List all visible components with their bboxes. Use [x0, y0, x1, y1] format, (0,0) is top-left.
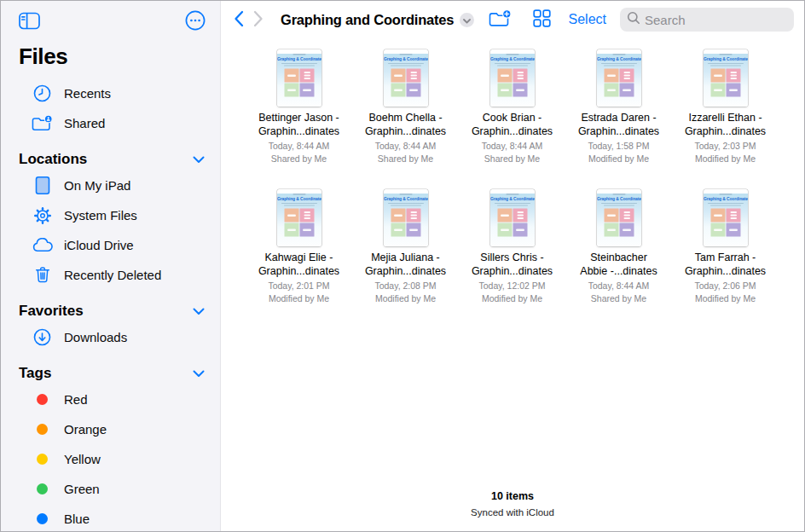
sidebar-item-label: Downloads: [64, 330, 127, 344]
search-field[interactable]: [620, 8, 794, 32]
sidebar-section-favorites[interactable]: Favorites: [19, 303, 205, 320]
sidebar-item-recents[interactable]: Recents: [1, 78, 220, 108]
file-name: Sillers Chris -Graphin...dinates: [472, 251, 553, 278]
file-status: Shared by Me: [378, 153, 433, 164]
tag-red-icon: [32, 389, 53, 410]
select-button[interactable]: Select: [569, 12, 606, 27]
sidebar-section-tags[interactable]: Tags: [19, 365, 205, 382]
sidebar-toggle-icon: [19, 12, 40, 32]
sidebar-item-tag-red[interactable]: Red: [1, 385, 220, 414]
file-name: Izzarelli Ethan -Graphin...dinates: [685, 111, 766, 138]
sidebar-item-tag-blue[interactable]: Blue: [1, 504, 220, 531]
file-thumbnail: Graphing & Coordinates: [384, 189, 428, 246]
file-name: SteinbacherAbbie -...dinates: [580, 251, 657, 278]
sidebar-item-shared[interactable]: Shared: [1, 108, 220, 138]
sidebar-item-recently-deleted[interactable]: Recently Deleted: [1, 260, 220, 290]
status-footer: 10 items Synced with iCloud: [221, 490, 804, 518]
search-input[interactable]: [645, 13, 804, 27]
file-item-izzarelli-ethan[interactable]: Graphing & Coordinates Izzarelli Ethan -…: [672, 49, 779, 164]
app-title: Files: [19, 43, 220, 70]
view-options-button[interactable]: [533, 9, 551, 30]
forward-chevron-icon: [253, 10, 264, 30]
item-count: 10 items: [221, 490, 804, 502]
sidebar-item-label: Orange: [64, 422, 107, 437]
back-button[interactable]: [234, 10, 244, 30]
file-name: Cook Brian -Graphin...dinates: [472, 111, 553, 138]
chevron-down-icon: [463, 14, 471, 26]
ipad-icon: [32, 175, 53, 196]
forward-button[interactable]: [253, 10, 264, 30]
file-date: Today, 2:01 PM: [268, 280, 329, 291]
file-item-sillers-chris[interactable]: Graphing & Coordinates Sillers Chris -Gr…: [459, 189, 565, 304]
file-grid: Graphing & Coordinates Bettinger Jason -…: [221, 38, 804, 304]
file-item-kahwagi-elie[interactable]: Graphing & Coordinates Kahwagi Elie -Gra…: [246, 189, 352, 304]
file-status: Shared by Me: [271, 153, 327, 164]
file-item-boehm-chella[interactable]: Graphing & Coordinates Boehm Chella -Gra…: [352, 49, 459, 164]
cloud-icon: [32, 234, 53, 256]
file-thumbnail: Graphing & Coordinates: [704, 189, 748, 246]
trash-icon: [32, 264, 53, 286]
sidebar-item-downloads[interactable]: Downloads: [1, 322, 220, 352]
file-date: Today, 8:44 AM: [482, 141, 543, 151]
file-item-tam-farrah[interactable]: Graphing & Coordinates Tam Farrah -Graph…: [672, 189, 779, 304]
file-date: Today, 2:08 PM: [374, 280, 436, 291]
file-status: Modified by Me: [375, 293, 436, 304]
sidebar-item-label: Shared: [64, 116, 105, 130]
file-item-bettinger-jason[interactable]: Graphing & Coordinates Bettinger Jason -…: [246, 49, 352, 164]
sidebar-item-label: iCloud Drive: [64, 238, 134, 252]
sidebar-item-label: System Files: [64, 208, 137, 223]
tag-green-icon: [32, 478, 53, 500]
chevron-down-icon[interactable]: [193, 366, 205, 381]
sidebar-item-label: Blue: [64, 512, 90, 526]
sidebar-item-label: Red: [64, 392, 88, 407]
file-item-cook-brian[interactable]: Graphing & Coordinates Cook Brian -Graph…: [459, 49, 565, 164]
file-date: Today, 8:44 AM: [269, 141, 330, 151]
title-dropdown-button[interactable]: [460, 13, 474, 27]
sync-status: Synced with iCloud: [221, 507, 804, 518]
file-status: Modified by Me: [695, 153, 756, 164]
sidebar-item-system-files[interactable]: System Files: [1, 200, 220, 230]
sidebar-item-tag-yellow[interactable]: Yellow: [1, 444, 220, 474]
tag-blue-icon: [32, 508, 53, 529]
chevron-down-icon[interactable]: [193, 304, 205, 319]
file-name: Tam Farrah -Graphin...dinates: [685, 251, 766, 278]
grid-view-icon: [533, 9, 551, 30]
file-item-mejia-juliana[interactable]: Graphing & Coordinates Mejia Juliana -Gr…: [352, 189, 459, 304]
file-name: Bettinger Jason -Graphin...dinates: [258, 111, 339, 138]
section-label: Locations: [19, 151, 87, 168]
section-label: Favorites: [19, 303, 84, 320]
file-date: Today, 12:02 PM: [478, 280, 545, 291]
ellipsis-circle-icon: [185, 10, 206, 33]
sidebar-item-on-my-ipad[interactable]: On My iPad: [1, 171, 220, 200]
file-thumbnail: Graphing & Coordinates: [277, 189, 321, 246]
file-status: Modified by Me: [269, 293, 329, 304]
file-item-steinbacher-abbie[interactable]: Graphing & Coordinates SteinbacherAbbie …: [565, 189, 672, 304]
section-label: Tags: [19, 365, 51, 382]
tag-orange-icon: [32, 419, 53, 440]
main-content: Graphing and Coordinates: [221, 1, 804, 531]
sidebar-item-label: Green: [64, 482, 100, 496]
sidebar-section-locations[interactable]: Locations: [19, 151, 205, 168]
file-date: Today, 8:44 AM: [375, 141, 437, 151]
file-status: Modified by Me: [695, 293, 756, 304]
sidebar-item-tag-green[interactable]: Green: [1, 474, 220, 504]
sidebar-item-label: Recently Deleted: [64, 268, 161, 282]
file-name: Mejia Juliana -Graphin...dinates: [365, 251, 446, 278]
file-item-estrada-daren[interactable]: Graphing & Coordinates Estrada Daren -Gr…: [565, 49, 672, 164]
file-date: Today, 2:03 PM: [694, 141, 756, 151]
sidebar-item-icloud-drive[interactable]: iCloud Drive: [1, 230, 220, 260]
file-thumbnail: Graphing & Coordinates: [490, 49, 535, 107]
shared-folder-icon: [32, 113, 53, 134]
sidebar-item-tag-orange[interactable]: Orange: [1, 414, 220, 444]
file-name: Boehm Chella -Graphin...dinates: [365, 111, 446, 138]
new-folder-button[interactable]: [489, 9, 512, 31]
sidebar-more-button[interactable]: [185, 10, 206, 33]
folder-title[interactable]: Graphing and Coordinates: [281, 12, 454, 28]
chevron-down-icon[interactable]: [193, 152, 205, 167]
sidebar-toggle-button[interactable]: [19, 12, 40, 32]
clock-icon: [32, 83, 53, 104]
toolbar: Graphing and Coordinates: [221, 1, 804, 38]
file-thumbnail: Graphing & Coordinates: [597, 189, 641, 246]
file-status: Shared by Me: [484, 153, 540, 164]
tag-yellow-icon: [32, 448, 53, 470]
